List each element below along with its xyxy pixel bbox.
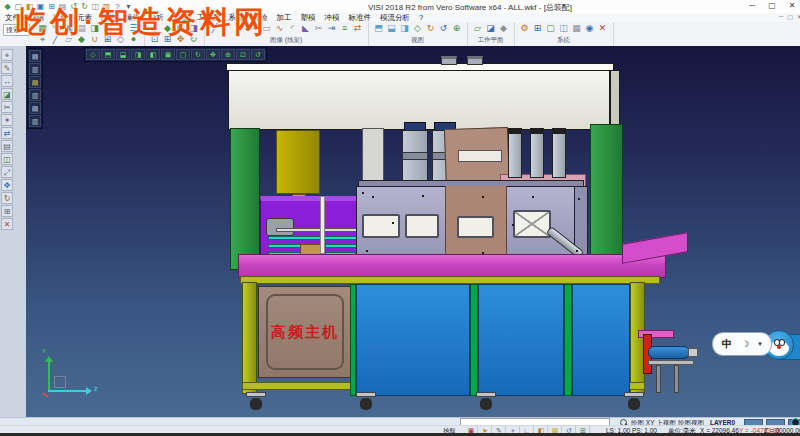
label-panel[interactable]: 高频主机 [258,286,352,378]
zoom-view-icon[interactable]: ⊕ [221,49,235,60]
cpl-entity-icon[interactable]: ◆ [498,23,510,34]
back-view-icon[interactable]: ▣ [161,49,175,60]
minimize-button[interactable]: ─ [746,1,758,11]
tan-door-slot[interactable] [458,150,502,162]
top-view-icon[interactable]: ⬒ [101,49,115,60]
rotate-view-icon[interactable]: ↻ [191,49,205,60]
view-top-icon[interactable]: ⬒ [373,23,385,34]
ime-tool-icon[interactable]: ▾ [758,340,762,348]
caster-wheel-4[interactable] [628,398,640,410]
left-view-icon[interactable]: ◧ [146,49,160,60]
mdi-restore-button[interactable]: ▢ [787,13,793,20]
mirror-tool-icon[interactable]: ◫ [1,153,13,165]
side-cylinder-tip[interactable] [688,348,698,357]
front-view-icon[interactable]: ⬓ [116,49,130,60]
polyline-icon[interactable]: ∿ [274,23,286,34]
iso-view-icon[interactable]: ◇ [86,49,100,60]
station-window-1[interactable] [362,214,400,238]
note-icon[interactable]: ✎ [1,62,13,74]
measure-icon[interactable]: ⌖ [1,49,13,61]
layer-toggle-4-icon[interactable]: ▥ [29,89,41,101]
green-strip-mid[interactable] [470,284,478,396]
green-strip-right[interactable] [564,284,572,396]
machine-right-column[interactable] [590,124,623,270]
frame-left-leg[interactable] [242,282,257,394]
machine-left-column[interactable] [230,128,260,270]
right-view-icon[interactable]: ◨ [131,49,145,60]
section-icon[interactable]: ◪ [1,88,13,100]
refresh-view-icon[interactable]: ↺ [251,49,265,60]
ime-pill[interactable]: 中 ☽ ▾ [712,332,772,356]
grid-icon[interactable]: ▦ [571,23,583,34]
graphics-viewport[interactable]: ◇⬒⬓◨◧▣▢↻✥⊕⊡↺ ▤▥▤▥▤▥ [26,46,800,417]
dimension-icon[interactable]: ↔ [1,75,13,87]
report-icon[interactable]: ▤ [1,140,13,152]
caster-foot-4[interactable] [624,392,644,397]
menu-machining[interactable]: 加工 [277,13,292,23]
frame-top-rail[interactable] [240,276,660,284]
extend-icon[interactable]: ⇥ [326,23,338,34]
blue-panel-3[interactable] [572,284,630,396]
fit-view-icon[interactable]: ⊡ [236,49,250,60]
cyan-rail-1[interactable] [268,236,360,240]
bottom-view-icon[interactable]: ▢ [176,49,190,60]
deck-post[interactable] [320,196,325,254]
view-front-icon[interactable]: ⬓ [386,23,398,34]
exit-icon[interactable]: ✕ [597,23,609,34]
move-tool-icon[interactable]: ✥ [1,179,13,191]
ime-moon-icon[interactable]: ☽ [741,339,749,349]
explode-icon[interactable]: ✶ [1,114,13,126]
info-icon[interactable]: ◉ [584,23,596,34]
view-iso-icon[interactable]: ◇ [412,23,424,34]
layer-toggle-2-icon[interactable]: ▥ [29,63,41,75]
side-table-top[interactable] [648,360,694,365]
cpl-view-icon[interactable]: ◪ [485,23,497,34]
deck-motor[interactable] [266,218,294,236]
screen-icon[interactable]: ▢ [545,23,557,34]
array-tool-icon[interactable]: ⊞ [1,205,13,217]
layer-toggle-6-icon[interactable]: ▥ [29,115,41,127]
table-top[interactable] [238,254,666,278]
visi-logo-icon[interactable]: ◆ [3,2,12,11]
pan-view-icon[interactable]: ✥ [206,49,220,60]
yellow-hopper[interactable] [276,130,320,194]
menu-flow-analysis[interactable]: 模流分析 [380,13,410,23]
cpl-xy-icon[interactable]: ▱ [472,23,484,34]
side-blue-cylinder[interactable] [648,346,690,359]
maximize-button[interactable]: ▢ [766,1,778,11]
calculator-icon[interactable]: ⊞ [532,23,544,34]
layer-toggle-5-icon[interactable]: ▤ [29,102,41,114]
ime-toolbar[interactable]: 中 ☽ ▾ [712,328,800,362]
clip-icon[interactable]: ✂ [1,101,13,113]
view-prev-icon[interactable]: ↺ [438,23,450,34]
caster-foot-2[interactable] [356,392,376,397]
blue-panel-1[interactable] [356,284,470,396]
trim-icon[interactable]: ✂ [313,23,325,34]
machine-top-beam-end[interactable] [610,70,620,130]
layer-toggle-3-icon[interactable]: ▤ [29,76,41,88]
blue-panel-2[interactable] [478,284,564,396]
slim-cylinder-2[interactable] [530,128,544,178]
ime-mode-indicator[interactable]: 中 [722,337,732,351]
fillet-icon[interactable]: ◜ [287,23,299,34]
settings-icon[interactable]: ⚙ [519,23,531,34]
beam-clamp-1[interactable] [441,56,457,65]
slim-cylinder-1[interactable] [508,128,522,178]
scale-tool-icon[interactable]: ⤢ [1,166,13,178]
chamfer-icon[interactable]: ◣ [300,23,312,34]
window-icon[interactable]: ◫ [558,23,570,34]
slim-cylinder-3[interactable] [552,128,566,178]
caster-wheel-1[interactable] [250,398,262,410]
close-button[interactable]: ✕ [786,1,798,11]
view-rotate-icon[interactable]: ↻ [425,23,437,34]
mirror-icon[interactable]: ⇄ [352,23,364,34]
caster-foot-3[interactable] [476,392,496,397]
caster-foot-1[interactable] [246,392,266,397]
rotate-tool-icon[interactable]: ↻ [1,192,13,204]
compare-icon[interactable]: ⇄ [1,127,13,139]
side-table-leg-2[interactable] [674,365,679,393]
machine-top-beam[interactable] [228,70,610,130]
station-window-2[interactable] [405,214,439,238]
view-all-icon[interactable]: ⊕ [451,23,463,34]
support-column[interactable] [362,128,384,188]
